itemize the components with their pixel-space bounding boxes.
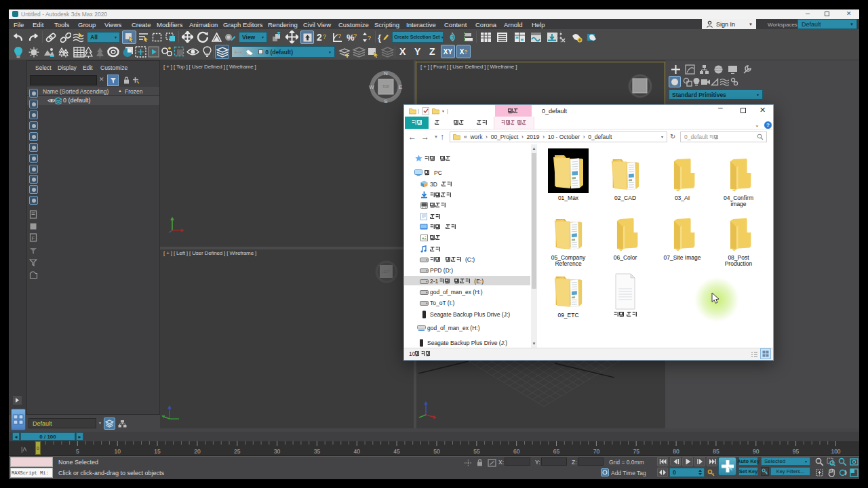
svg-text:TOP: TOP [382, 85, 390, 89]
svg-text:100: 100 [831, 448, 840, 455]
svg-text:95: 95 [793, 448, 800, 455]
svg-text:{: { [378, 33, 381, 43]
svg-text:90: 90 [753, 448, 760, 455]
svg-text:25: 25 [234, 448, 241, 455]
svg-text:LEFT: LEFT [382, 270, 390, 274]
svg-text:?: ? [353, 33, 357, 39]
svg-text:55: 55 [473, 448, 480, 455]
svg-text:45: 45 [393, 448, 400, 455]
svg-text:40: 40 [354, 448, 361, 455]
svg-text:50: 50 [433, 448, 440, 455]
svg-text:?: ? [323, 33, 326, 40]
svg-text:30: 30 [274, 448, 281, 455]
svg-text:10: 10 [114, 448, 121, 455]
svg-text:?: ? [338, 33, 341, 39]
svg-text:75: 75 [633, 448, 639, 455]
svg-text:E: E [399, 84, 402, 90]
svg-text:F: F [32, 235, 35, 241]
svg-text:W: W [369, 84, 374, 90]
svg-text:|Λ: |Λ [21, 446, 26, 453]
svg-text:60: 60 [513, 448, 520, 455]
svg-text:20: 20 [194, 448, 201, 455]
svg-text:70: 70 [593, 448, 600, 455]
svg-text:35: 35 [314, 448, 321, 455]
svg-text:65: 65 [553, 448, 560, 455]
svg-text:2: 2 [317, 32, 322, 43]
svg-text:?: ? [368, 35, 371, 41]
svg-text:15: 15 [154, 448, 161, 455]
svg-text:5: 5 [76, 448, 79, 455]
svg-text:N: N [384, 70, 388, 77]
svg-text:80: 80 [673, 448, 679, 455]
svg-text:S: S [384, 98, 387, 104]
svg-text:85: 85 [713, 448, 719, 455]
